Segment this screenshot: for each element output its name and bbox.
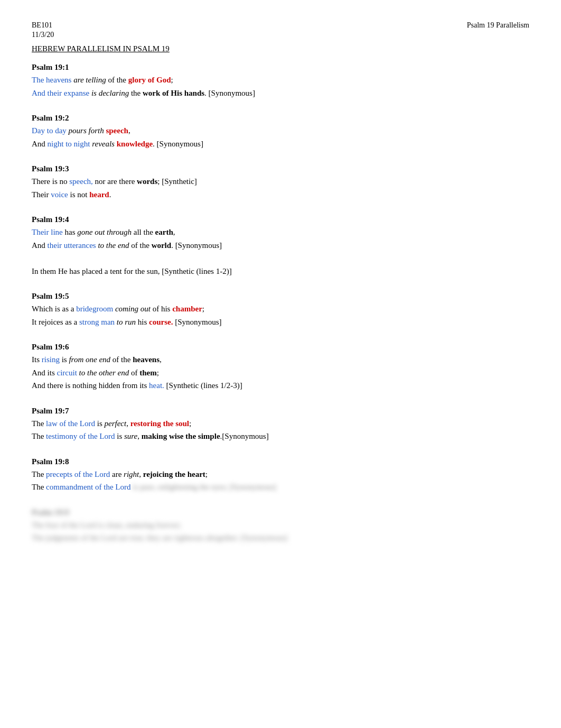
psalm-4-line-1: Their line has gone out through all the …: [32, 226, 529, 238]
object-1b: work of His hands: [143, 89, 204, 97]
psalm-4-line-2: And their utterances to the end of the w…: [32, 239, 529, 252]
object-5b: course.: [149, 318, 173, 326]
blurred-line-1: The fear of the Lord is clean, enduring …: [32, 519, 529, 531]
psalm-heading-1: Psalm 19:1: [32, 63, 529, 72]
subject-6c: heat.: [149, 381, 164, 390]
subject-2b: night to night: [48, 140, 90, 148]
psalm-heading-6: Psalm 19:6: [32, 343, 529, 352]
header-right: Psalm 19 Parallelism: [467, 21, 529, 40]
subject-6a: rising: [42, 355, 60, 364]
blurred-text-1: is pure, enlightening the eyes; [Synonym…: [133, 483, 276, 491]
object-8a: rejoicing the heart: [143, 470, 205, 478]
psalm-7-line-2: The testimony of the Lord is sure, makin…: [32, 430, 529, 443]
subject-4a: Their line: [32, 228, 63, 236]
text-1a: are telling of the: [73, 76, 128, 84]
psalm-heading-3: Psalm 19:3: [32, 164, 529, 173]
subject-5b: strong man: [79, 318, 115, 326]
psalm-6-line-2: And its circuit to the other end of them…: [32, 367, 529, 379]
subject-7b: testimony of the Lord: [46, 432, 115, 440]
object-6a: heavens: [133, 355, 160, 364]
psalm-block-5: Psalm 19:5 Which is as a bridegroom comi…: [32, 292, 529, 328]
object-6b: them: [139, 368, 157, 377]
course-label: BE101: [32, 21, 54, 30]
subject-3b: voice: [51, 190, 68, 199]
object-4b: world: [152, 241, 172, 250]
object-2b: knowledge: [117, 140, 153, 148]
psalm-block-8: Psalm 19:8 The precepts of the Lord are …: [32, 457, 529, 493]
psalm-6-line-1: Its rising is from one end of the heaven…: [32, 354, 529, 366]
blurred-heading: Psalm 19:9: [32, 508, 529, 517]
psalm-heading-7: Psalm 19:7: [32, 407, 529, 416]
object-3a: words: [137, 177, 157, 186]
subject-3a: speech,: [69, 177, 93, 186]
psalm-2-line-2: And night to night reveals knowledge. [S…: [32, 138, 529, 150]
subject-6b: circuit: [57, 368, 77, 377]
object-4a: earth: [155, 228, 173, 236]
psalm-heading-4: Psalm 19:4: [32, 215, 529, 224]
subject-1: The heavens: [32, 76, 71, 84]
psalm-6-line-3: And there is nothing hidden from its hea…: [32, 380, 529, 392]
subject-5a: bridegroom: [76, 305, 113, 313]
subject-8b: commandment of the Lord: [46, 483, 130, 491]
object-5a: chamber: [172, 305, 202, 313]
psalm-5-line-1: Which is as a bridegroom coming out of h…: [32, 303, 529, 315]
subject-2a: Day to day: [32, 126, 67, 135]
psalm-block-7: Psalm 19:7 The law of the Lord is perfec…: [32, 407, 529, 443]
object-7b: making wise the simple: [142, 432, 220, 440]
psalm-block-2: Psalm 19:2 Day to day pours forth speech…: [32, 114, 529, 150]
psalm-block-6: Psalm 19:6 Its rising is from one end of…: [32, 343, 529, 392]
object-1: glory of God: [128, 76, 171, 84]
header: BE101 11/3/20 Psalm 19 Parallelism: [32, 21, 529, 40]
psalm-1-line-1: The heavens are telling of the glory of …: [32, 74, 529, 86]
psalm-3-line-1: There is no speech, nor are there words;…: [32, 176, 529, 188]
page-title: Psalm 19 Parallelism: [467, 21, 529, 30]
psalm-4-line-4: In them He has placed a tent for the sun…: [32, 265, 529, 278]
psalm-8-line-1: The precepts of the Lord are right, rejo…: [32, 468, 529, 481]
header-left: BE101 11/3/20: [32, 21, 54, 40]
psalm-block-4: Psalm 19:4 Their line has gone out throu…: [32, 215, 529, 277]
psalm-block-1: Psalm 19:1 The heavens are telling of th…: [32, 63, 529, 99]
object-7a: restoring the soul: [130, 419, 189, 428]
psalm-3-line-2: Their voice is not heard.: [32, 189, 529, 201]
blurred-line-2: The judgments of the Lord are true; they…: [32, 532, 529, 544]
psalm-7-line-1: The law of the Lord is perfect, restorin…: [32, 418, 529, 430]
subject-7a: law of the Lord: [46, 419, 95, 428]
main-title: HEBREW PARALLELISM IN PSALM 19: [32, 44, 529, 53]
psalm-2-line-1: Day to day pours forth speech,: [32, 125, 529, 137]
subject-1b: And their expanse: [32, 89, 89, 97]
object-2a: speech: [106, 126, 128, 135]
subject-8a: precepts of the Lord: [46, 470, 110, 478]
psalm-block-3: Psalm 19:3 There is no speech, nor are t…: [32, 164, 529, 200]
psalm-8-line-2: The commandment of the Lord is pure, enl…: [32, 481, 529, 493]
psalm-1-line-2: And their expanse is declaring the work …: [32, 87, 529, 99]
blurred-section: Psalm 19:9 The fear of the Lord is clean…: [32, 508, 529, 544]
date-label: 11/3/20: [32, 31, 54, 39]
subject-4b: their utterances: [48, 241, 96, 250]
psalm-5-line-2: It rejoices as a strong man to run his c…: [32, 316, 529, 328]
text-1b: is declaring the: [91, 89, 143, 97]
document-container: BE101 11/3/20 Psalm 19 Parallelism HEBRE…: [32, 21, 529, 544]
psalm-heading-8: Psalm 19:8: [32, 457, 529, 466]
psalm-heading-2: Psalm 19:2: [32, 114, 529, 123]
object-3b: heard: [89, 190, 109, 199]
psalm-heading-5: Psalm 19:5: [32, 292, 529, 301]
psalm-4-line-3: [32, 252, 529, 264]
